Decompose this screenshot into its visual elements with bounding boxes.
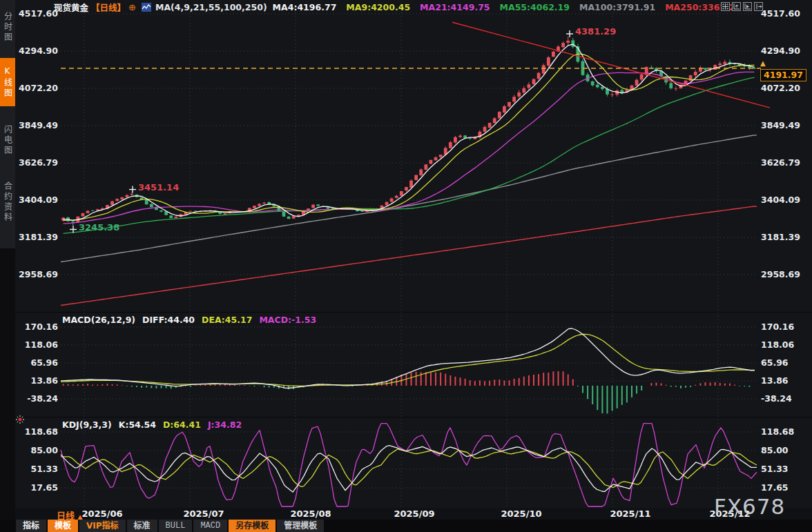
macd-lines <box>61 328 755 388</box>
symbol-title: 现货黄金 <box>54 1 88 14</box>
zoom-axis-icon[interactable] <box>732 2 741 11</box>
time-axis-label: 2025/07 <box>183 509 224 519</box>
toolbar-tab-7[interactable]: 另存模板 <box>229 520 276 532</box>
ma-legend-value: MA100:3791.91 <box>579 2 655 12</box>
ma-legend-value: MA21:4149.75 <box>420 2 490 12</box>
last-price-tag: 4191.97 <box>760 69 806 81</box>
macd-title: MACD(26,12,9) <box>62 315 135 325</box>
collapse-panel-icon[interactable] <box>754 2 763 11</box>
macd-diff-value: DIFF:44.40 <box>142 315 195 325</box>
time-axis-label: 2025/09 <box>394 509 434 519</box>
kdj-header: KDJ(9,3,3) K:54.54 D:64.41 J:34.82 <box>62 420 242 430</box>
chart-plot-area[interactable] <box>0 0 812 532</box>
overlay-lines <box>61 22 770 108</box>
sidebar-item-3[interactable]: 闪电图 <box>0 117 15 163</box>
toolbar-tab-6[interactable]: MACD <box>193 520 227 532</box>
bottom-toolbar: 指标模板VIP指标标准BULLMACD另存模板管理模板 <box>0 520 812 532</box>
ma-long-lines <box>61 135 757 306</box>
macd-header: MACD(26,12,9) DIFF:44.40 DEA:45.17 MACD:… <box>62 315 316 325</box>
toolbar-tab-1[interactable]: 指标 <box>16 520 46 532</box>
macd-dea-value: DEA:45.17 <box>202 315 252 325</box>
sidebar-item-4[interactable]: 合约资料 <box>0 171 15 233</box>
kdj-title: KDJ(9,3,3) <box>62 420 112 430</box>
macd-value: MACD:-1.53 <box>259 315 316 325</box>
annotation-4381.29: 4381.29 <box>575 26 616 37</box>
mini-candlestick-icon[interactable] <box>142 3 151 12</box>
pane-divider <box>15 417 812 417</box>
ma-legend-value: MA55:4062.19 <box>500 2 570 12</box>
ma-params-label: MA(4,9,21,55,100,250) <box>155 2 267 12</box>
ma-legend-value: MA9:4200.45 <box>346 2 410 12</box>
crosshair-icon[interactable] <box>721 2 730 11</box>
candles-layer <box>61 37 756 226</box>
link-icon[interactable]: ⊕ <box>128 2 136 12</box>
annotation-3245.38: 3245.38 <box>79 222 119 233</box>
time-axis-label: 2025/06 <box>81 509 122 519</box>
time-axis-label: 2025/08 <box>290 509 331 519</box>
watermark: FX678 <box>714 494 785 519</box>
play-axis-icon[interactable] <box>743 2 752 11</box>
kdj-j-value: J:34.82 <box>208 420 242 430</box>
left-sidebar: 分时图K线图闪电图合约资料 <box>0 0 15 532</box>
chart-toolbar <box>721 2 763 11</box>
price-marker-icon: ▲ <box>760 59 766 67</box>
toolbar-tab-5[interactable]: BULL <box>159 520 193 532</box>
macd-histogram <box>64 371 755 413</box>
time-axis-label: 2025/11 <box>610 509 650 519</box>
annotation-3451.14: 3451.14 <box>138 182 179 193</box>
ma-values: MA4:4196.77MA9:4200.45MA21:4149.75MA55:4… <box>273 2 742 12</box>
kdj-d-value: D:64.41 <box>163 420 201 430</box>
kdj-lines <box>61 424 757 506</box>
ma-legend-value: MA4:4196.77 <box>273 2 337 12</box>
sidebar-item-2[interactable]: K线图 <box>0 58 15 106</box>
trading-app: 分时图K线图闪电图合约资料 现货黄金 【日线】 ⊕ MA(4,9,21,55,1… <box>0 0 812 532</box>
chart-legend: 现货黄金 【日线】 ⊕ MA(4,9,21,55,100,250) MA4:41… <box>54 1 741 12</box>
sidebar-item-1[interactable]: 分时图 <box>0 4 15 50</box>
pane-divider <box>15 312 812 313</box>
period-tag: 【日线】 <box>91 1 126 14</box>
time-axis-label: 2025/10 <box>501 509 541 519</box>
toolbar-tab-3[interactable]: VIP指标 <box>79 520 126 532</box>
alert-sun-icon[interactable] <box>16 415 24 426</box>
toolbar-tab-8[interactable]: 管理模板 <box>277 520 324 532</box>
toolbar-tab-2[interactable]: 模板 <box>48 520 78 532</box>
toolbar-tab-4[interactable]: 标准 <box>127 520 157 532</box>
kdj-k-value: K:54.54 <box>119 420 156 430</box>
ma-short-lines <box>64 44 755 233</box>
